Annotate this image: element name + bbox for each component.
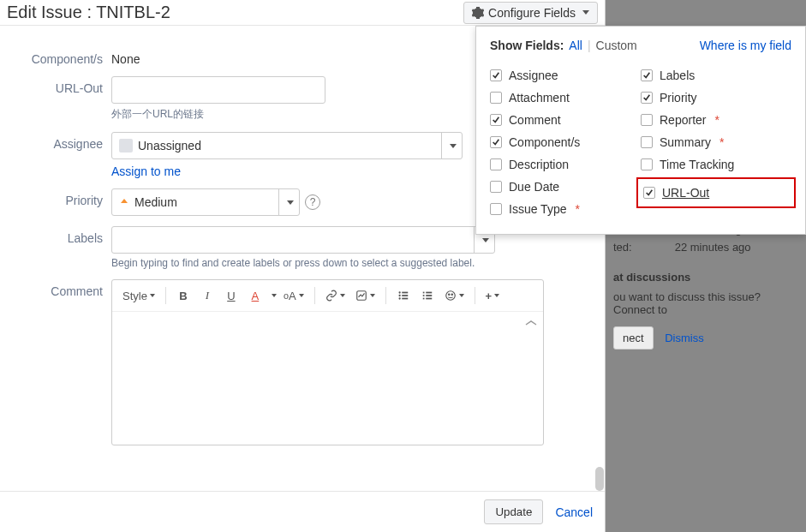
field-label: Priority [660, 91, 697, 105]
field-label: Component/s [509, 135, 580, 149]
labels-helper: Begin typing to find and create labels o… [111, 257, 583, 269]
help-icon[interactable]: ? [305, 194, 320, 210]
svg-rect-10 [426, 295, 432, 296]
checkbox-icon [641, 158, 653, 170]
url-out-input[interactable] [111, 76, 325, 104]
underline-icon[interactable]: U [221, 285, 242, 306]
labels-label: Labels [21, 226, 111, 245]
field-label: Summary [660, 135, 711, 149]
required-asterisk: * [719, 135, 724, 149]
chevron-down-icon [482, 238, 489, 242]
bold-icon[interactable]: B [173, 285, 194, 306]
field-toggle-summary[interactable]: Summary* [641, 131, 791, 153]
svg-rect-12 [426, 298, 432, 300]
svg-point-15 [451, 294, 452, 295]
field-label: Time Tracking [660, 158, 734, 171]
link-icon[interactable] [322, 285, 349, 306]
svg-rect-8 [426, 292, 432, 294]
checkbox-icon [643, 187, 655, 199]
field-toggle-due-date[interactable]: Due Date [490, 176, 641, 198]
update-button[interactable]: Update [484, 499, 543, 524]
checkbox-icon [490, 69, 502, 81]
field-toggle-component-s[interactable]: Component/s [490, 131, 641, 153]
field-label: Comment [509, 113, 561, 127]
field-toggle-labels[interactable]: Labels [641, 64, 791, 87]
svg-rect-11 [422, 298, 424, 300]
required-asterisk: * [714, 113, 719, 127]
bullet-list-icon[interactable] [393, 285, 414, 306]
svg-point-3 [398, 295, 400, 296]
dialog-footer: Update Cancel [0, 491, 605, 532]
show-fields-label: Show Fields: [490, 39, 564, 52]
checkbox-icon [641, 114, 653, 126]
italic-icon[interactable]: I [197, 285, 218, 306]
field-toggle-description[interactable]: Description [490, 153, 641, 176]
chevron-down-icon [582, 10, 589, 15]
checkbox-icon [490, 92, 502, 104]
format-menu-icon[interactable]: oA [280, 285, 307, 306]
field-label: Assignee [509, 69, 558, 82]
field-toggle-url-out[interactable]: URL-Out [643, 182, 789, 204]
svg-rect-2 [402, 292, 408, 294]
dialog-header: Edit Issue : TNITBL-2 Configure Fields [0, 0, 605, 26]
show-fields-all[interactable]: All [569, 39, 582, 52]
priority-label: Priority [21, 188, 111, 207]
comment-editor[interactable]: Style B I U A oA [111, 279, 544, 445]
checkbox-icon [641, 136, 653, 148]
collapse-toolbar-icon[interactable] [524, 317, 538, 331]
url-out-label: URL-Out [21, 76, 111, 95]
rte-toolbar: Style B I U A oA [112, 280, 543, 312]
comment-textarea[interactable] [112, 312, 543, 445]
cancel-link[interactable]: Cancel [555, 505, 593, 519]
svg-rect-9 [422, 295, 424, 296]
assignee-label: Assignee [21, 132, 111, 151]
field-toggle-comment[interactable]: Comment [490, 109, 641, 131]
field-label: Issue Type [509, 202, 566, 216]
attachment-icon[interactable] [352, 285, 379, 306]
gear-icon [472, 7, 484, 19]
checkbox-icon [641, 92, 653, 104]
discussions-msg: ou want to discuss this issue? Connect t… [613, 290, 797, 316]
svg-point-13 [445, 291, 455, 301]
checkbox-icon [641, 69, 653, 81]
field-label: Attachment [509, 91, 570, 105]
comment-label: Comment [21, 279, 111, 298]
scrollbar-thumb[interactable] [595, 467, 604, 491]
labels-select[interactable] [111, 226, 495, 254]
field-label: Description [509, 158, 569, 171]
insert-menu-icon[interactable]: + [482, 285, 504, 306]
svg-point-5 [398, 297, 400, 299]
checkbox-icon [490, 158, 502, 170]
chevron-down-icon [287, 200, 294, 205]
field-label: Labels [660, 69, 695, 82]
assignee-value: Unassigned [138, 139, 201, 152]
text-color-icon[interactable]: A [245, 285, 266, 306]
avatar-icon [119, 139, 133, 152]
priority-medium-icon [119, 197, 129, 207]
svg-point-1 [398, 291, 400, 293]
checkbox-icon [490, 114, 502, 126]
emoji-icon[interactable] [441, 285, 468, 306]
updated-label: ted: [613, 241, 632, 254]
field-toggle-issue-type[interactable]: Issue Type* [490, 198, 641, 220]
assignee-select[interactable]: Unassigned [111, 132, 463, 159]
svg-rect-7 [422, 292, 424, 294]
dismiss-link[interactable]: Dismiss [665, 332, 704, 344]
components-label: Component/s [21, 47, 111, 66]
show-fields-custom[interactable]: Custom [596, 39, 637, 52]
field-toggle-reporter[interactable]: Reporter* [641, 109, 791, 131]
svg-rect-4 [402, 295, 408, 296]
rte-style-menu[interactable]: Style [119, 285, 158, 306]
configure-fields-button[interactable]: Configure Fields [463, 2, 598, 24]
field-toggle-time-tracking[interactable]: Time Tracking [641, 153, 791, 176]
field-toggle-assignee[interactable]: Assignee [490, 64, 641, 87]
number-list-icon[interactable] [417, 285, 438, 306]
field-toggle-priority[interactable]: Priority [641, 87, 791, 109]
connect-button[interactable]: nect [613, 326, 654, 350]
checkbox-icon [490, 203, 502, 215]
field-toggle-attachment[interactable]: Attachment [490, 87, 641, 109]
chevron-down-icon [450, 144, 457, 148]
checkbox-icon [490, 136, 502, 148]
priority-select[interactable]: Medium [111, 188, 300, 216]
where-is-field-link[interactable]: Where is my field [700, 39, 791, 52]
